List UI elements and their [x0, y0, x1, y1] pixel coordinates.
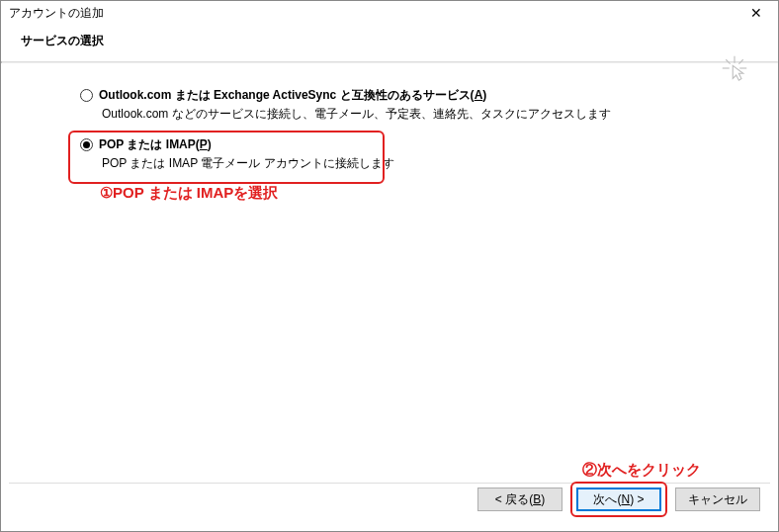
option-pop-label: POP または IMAP(P) — [99, 136, 212, 153]
radio-pop[interactable] — [80, 138, 93, 151]
add-account-dialog: アカウントの追加 ✕ サービスの選択 Outlook.com ま — [0, 0, 779, 532]
wizard-header: サービスの選択 — [1, 25, 778, 61]
window-title: アカウントの追加 — [9, 5, 104, 22]
close-button[interactable]: ✕ — [744, 3, 768, 23]
highlight-next-button: 次へ(N) > — [570, 482, 667, 517]
annotation-1: ①POP または IMAPを選択 — [100, 184, 278, 203]
close-icon: ✕ — [750, 5, 762, 21]
option-eas-desc: Outlook.com などのサービスに接続し、電子メール、予定表、連絡先、タス… — [102, 106, 758, 123]
option-pop-group: POP または IMAP(P) POP または IMAP 電子メール アカウント… — [80, 136, 758, 172]
page-title: サービスの選択 — [21, 33, 758, 49]
back-button[interactable]: < 戻る(B) — [477, 488, 563, 511]
radio-eas[interactable] — [80, 89, 93, 102]
option-eas[interactable]: Outlook.com または Exchange ActiveSync と互換性… — [80, 87, 758, 104]
button-row: < 戻る(B) 次へ(N) > キャンセル — [477, 482, 760, 517]
option-pop-desc: POP または IMAP 電子メール アカウントに接続します — [102, 155, 758, 172]
titlebar: アカウントの追加 — [1, 1, 778, 25]
cancel-button[interactable]: キャンセル — [675, 488, 760, 511]
annotation-2: ②次へをクリック — [582, 461, 701, 480]
option-pop[interactable]: POP または IMAP(P) — [80, 136, 758, 153]
option-eas-label: Outlook.com または Exchange ActiveSync と互換性… — [99, 87, 486, 104]
next-button[interactable]: 次へ(N) > — [576, 488, 661, 511]
